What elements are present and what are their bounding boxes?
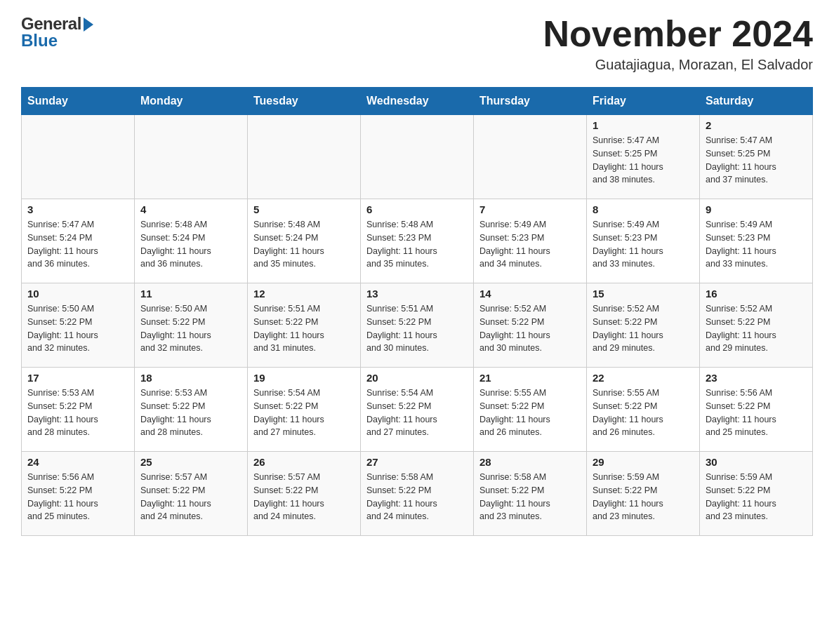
day-number: 21 (479, 372, 581, 384)
day-number: 29 (593, 456, 694, 468)
day-info: Sunrise: 5:55 AMSunset: 5:22 PMDaylight:… (479, 387, 581, 439)
calendar-cell: 13Sunrise: 5:51 AMSunset: 5:22 PMDayligh… (361, 283, 474, 368)
day-info: Sunrise: 5:58 AMSunset: 5:22 PMDaylight:… (479, 471, 581, 523)
day-number: 14 (479, 288, 581, 300)
day-number: 3 (27, 203, 128, 215)
day-info: Sunrise: 5:51 AMSunset: 5:22 PMDaylight:… (366, 302, 468, 355)
calendar-table: SundayMondayTuesdayWednesdayThursdayFrid… (21, 87, 813, 536)
day-number: 28 (479, 456, 581, 468)
calendar-cell: 26Sunrise: 5:57 AMSunset: 5:22 PMDayligh… (248, 452, 361, 536)
calendar-cell: 30Sunrise: 5:59 AMSunset: 5:22 PMDayligh… (700, 452, 813, 536)
day-info: Sunrise: 5:55 AMSunset: 5:22 PMDaylight:… (593, 387, 694, 439)
month-title: November 2024 (543, 14, 813, 54)
day-info: Sunrise: 5:50 AMSunset: 5:22 PMDaylight:… (27, 302, 128, 355)
day-info: Sunrise: 5:47 AMSunset: 5:25 PMDaylight:… (706, 134, 807, 187)
day-info: Sunrise: 5:49 AMSunset: 5:23 PMDaylight:… (706, 218, 807, 271)
calendar-cell: 15Sunrise: 5:52 AMSunset: 5:22 PMDayligh… (587, 283, 700, 368)
calendar-cell: 23Sunrise: 5:56 AMSunset: 5:22 PMDayligh… (700, 368, 813, 452)
day-info: Sunrise: 5:48 AMSunset: 5:24 PMDaylight:… (140, 218, 241, 271)
calendar-cell: 22Sunrise: 5:55 AMSunset: 5:22 PMDayligh… (587, 368, 700, 452)
day-number: 1 (593, 119, 694, 131)
calendar-week-2: 3Sunrise: 5:47 AMSunset: 5:24 PMDaylight… (22, 199, 813, 283)
calendar-cell (22, 115, 135, 199)
day-info: Sunrise: 5:52 AMSunset: 5:22 PMDaylight:… (479, 302, 581, 355)
day-number: 11 (140, 288, 241, 300)
calendar-cell: 14Sunrise: 5:52 AMSunset: 5:22 PMDayligh… (474, 283, 587, 368)
calendar-week-3: 10Sunrise: 5:50 AMSunset: 5:22 PMDayligh… (22, 283, 813, 368)
day-number: 16 (706, 288, 807, 300)
calendar-header-friday: Friday (587, 88, 700, 115)
day-number: 5 (253, 203, 355, 215)
day-info: Sunrise: 5:47 AMSunset: 5:24 PMDaylight:… (27, 218, 128, 271)
day-number: 4 (140, 203, 241, 215)
calendar-cell: 12Sunrise: 5:51 AMSunset: 5:22 PMDayligh… (248, 283, 361, 368)
logo-blue-text: Blue (21, 31, 58, 51)
calendar-cell: 6Sunrise: 5:48 AMSunset: 5:23 PMDaylight… (361, 199, 474, 283)
calendar-cell (474, 115, 587, 199)
day-info: Sunrise: 5:58 AMSunset: 5:22 PMDaylight:… (366, 471, 468, 523)
day-number: 6 (366, 203, 468, 215)
calendar-cell: 25Sunrise: 5:57 AMSunset: 5:22 PMDayligh… (135, 452, 248, 536)
day-info: Sunrise: 5:47 AMSunset: 5:25 PMDaylight:… (593, 134, 694, 187)
calendar-header-thursday: Thursday (474, 88, 587, 115)
calendar-cell (135, 115, 248, 199)
calendar-cell (248, 115, 361, 199)
calendar-cell: 28Sunrise: 5:58 AMSunset: 5:22 PMDayligh… (474, 452, 587, 536)
calendar-cell: 11Sunrise: 5:50 AMSunset: 5:22 PMDayligh… (135, 283, 248, 368)
day-number: 17 (27, 372, 128, 384)
calendar-header-sunday: Sunday (22, 88, 135, 115)
day-number: 23 (706, 372, 807, 384)
calendar-week-4: 17Sunrise: 5:53 AMSunset: 5:22 PMDayligh… (22, 368, 813, 452)
day-number: 13 (366, 288, 468, 300)
day-info: Sunrise: 5:57 AMSunset: 5:22 PMDaylight:… (140, 471, 241, 523)
day-info: Sunrise: 5:52 AMSunset: 5:22 PMDaylight:… (706, 302, 807, 355)
calendar-header-tuesday: Tuesday (248, 88, 361, 115)
day-number: 12 (253, 288, 355, 300)
calendar-cell: 1Sunrise: 5:47 AMSunset: 5:25 PMDaylight… (587, 115, 700, 199)
calendar-header-monday: Monday (135, 88, 248, 115)
day-info: Sunrise: 5:53 AMSunset: 5:22 PMDaylight:… (140, 387, 241, 439)
day-info: Sunrise: 5:54 AMSunset: 5:22 PMDaylight:… (366, 387, 468, 439)
day-number: 27 (366, 456, 468, 468)
calendar-cell: 8Sunrise: 5:49 AMSunset: 5:23 PMDaylight… (587, 199, 700, 283)
day-info: Sunrise: 5:56 AMSunset: 5:22 PMDaylight:… (27, 471, 128, 523)
calendar-week-1: 1Sunrise: 5:47 AMSunset: 5:25 PMDaylight… (22, 115, 813, 199)
day-number: 26 (253, 456, 355, 468)
day-number: 7 (479, 203, 581, 215)
calendar-cell: 3Sunrise: 5:47 AMSunset: 5:24 PMDaylight… (22, 199, 135, 283)
day-info: Sunrise: 5:48 AMSunset: 5:23 PMDaylight:… (366, 218, 468, 271)
location-text: Guatajiagua, Morazan, El Salvador (543, 57, 813, 73)
calendar-cell: 27Sunrise: 5:58 AMSunset: 5:22 PMDayligh… (361, 452, 474, 536)
day-info: Sunrise: 5:49 AMSunset: 5:23 PMDaylight:… (593, 218, 694, 271)
calendar-cell: 16Sunrise: 5:52 AMSunset: 5:22 PMDayligh… (700, 283, 813, 368)
calendar-cell: 10Sunrise: 5:50 AMSunset: 5:22 PMDayligh… (22, 283, 135, 368)
calendar-cell: 2Sunrise: 5:47 AMSunset: 5:25 PMDaylight… (700, 115, 813, 199)
day-info: Sunrise: 5:53 AMSunset: 5:22 PMDaylight:… (27, 387, 128, 439)
day-number: 24 (27, 456, 128, 468)
calendar-cell: 20Sunrise: 5:54 AMSunset: 5:22 PMDayligh… (361, 368, 474, 452)
day-number: 9 (706, 203, 807, 215)
calendar-cell: 18Sunrise: 5:53 AMSunset: 5:22 PMDayligh… (135, 368, 248, 452)
logo: General Blue (21, 14, 93, 51)
calendar-cell: 4Sunrise: 5:48 AMSunset: 5:24 PMDaylight… (135, 199, 248, 283)
calendar-cell (361, 115, 474, 199)
day-info: Sunrise: 5:59 AMSunset: 5:22 PMDaylight:… (706, 471, 807, 523)
day-number: 10 (27, 288, 128, 300)
calendar-cell: 21Sunrise: 5:55 AMSunset: 5:22 PMDayligh… (474, 368, 587, 452)
calendar-cell: 19Sunrise: 5:54 AMSunset: 5:22 PMDayligh… (248, 368, 361, 452)
day-info: Sunrise: 5:48 AMSunset: 5:24 PMDaylight:… (253, 218, 355, 271)
day-number: 19 (253, 372, 355, 384)
day-number: 22 (593, 372, 694, 384)
calendar-header-wednesday: Wednesday (361, 88, 474, 115)
page-header: General Blue November 2024 Guatajiagua, … (21, 14, 813, 73)
calendar-week-5: 24Sunrise: 5:56 AMSunset: 5:22 PMDayligh… (22, 452, 813, 536)
day-info: Sunrise: 5:54 AMSunset: 5:22 PMDaylight:… (253, 387, 355, 439)
day-number: 30 (706, 456, 807, 468)
day-number: 25 (140, 456, 241, 468)
calendar-cell: 5Sunrise: 5:48 AMSunset: 5:24 PMDaylight… (248, 199, 361, 283)
title-block: November 2024 Guatajiagua, Morazan, El S… (543, 14, 813, 73)
day-info: Sunrise: 5:56 AMSunset: 5:22 PMDaylight:… (706, 387, 807, 439)
day-info: Sunrise: 5:49 AMSunset: 5:23 PMDaylight:… (479, 218, 581, 271)
calendar-cell: 29Sunrise: 5:59 AMSunset: 5:22 PMDayligh… (587, 452, 700, 536)
calendar-cell: 17Sunrise: 5:53 AMSunset: 5:22 PMDayligh… (22, 368, 135, 452)
